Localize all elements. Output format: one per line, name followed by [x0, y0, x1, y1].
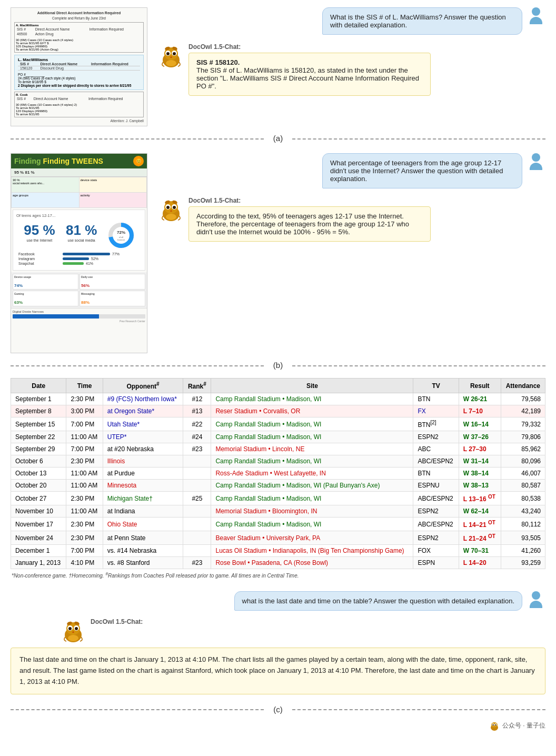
- table-row: September 22 11:00 AM UTEP* #24 Camp Ran…: [11, 431, 545, 443]
- tweens-stat2: 81 % use social media: [66, 222, 97, 248]
- bot-answer-b: According to the text, 95% of teenagers …: [188, 206, 431, 242]
- user-avatar-c: [527, 591, 545, 610]
- td-att: 41,260: [501, 545, 545, 557]
- user-bubble-a: What is the SIS # of L. MacWilliams? Ans…: [322, 7, 522, 35]
- dashed-line-left-a: [11, 138, 264, 140]
- td-rank: [183, 467, 211, 480]
- table-row: December 1 7:00 PM vs. #14 Nebraska Luca…: [11, 545, 545, 557]
- td-opponent: Utah State*: [103, 417, 183, 431]
- td-tv: ABC/ESPN2: [413, 455, 459, 467]
- td-tv: ESPN2: [413, 505, 459, 518]
- td-att: 46,007: [501, 467, 545, 480]
- td-date: October 20: [11, 480, 66, 492]
- bot-label-c: DocOwl 1.5-Chat:: [91, 618, 143, 625]
- th-attendance: Attendance: [501, 379, 545, 393]
- td-site: Camp Randall Stadium • Madison, WI: [211, 492, 413, 505]
- tweens-header: Finding Finding TWEENS 😊: [11, 154, 147, 168]
- tweens-stat1: 95 % use the Internet: [24, 222, 55, 248]
- doc-line2: To arrive 8/18/95 $: [18, 80, 140, 84]
- footer-owl-icon: [489, 720, 500, 732]
- section-b: Finding Finding TWEENS 😊 95 % 81 % 30 %s…: [0, 146, 556, 357]
- td-time: 11:00 AM: [66, 480, 103, 492]
- td-att: 42,189: [501, 405, 545, 417]
- td-opponent: at Purdue: [103, 467, 183, 480]
- td-result: W 26-21: [459, 393, 501, 405]
- tweens-stat2-label: use social media: [66, 238, 97, 242]
- divider-a: (a): [0, 131, 556, 146]
- bot-section-b: DocOwl 1.5-Chat: According to the text, …: [188, 197, 431, 242]
- table-row: September 1 2:30 PM #9 (FCS) Northern Io…: [11, 393, 545, 405]
- owl-row-b: DocOwl 1.5-Chat: According to the text, …: [158, 197, 545, 242]
- td-rank: [183, 480, 211, 492]
- td-att: 43,240: [501, 505, 545, 518]
- dashed-line-right-b: [292, 365, 545, 366]
- td-date: November 10: [11, 505, 66, 518]
- owl-row-c: DocOwl 1.5-Chat:: [60, 618, 545, 644]
- td-result: W 38–14: [459, 467, 501, 480]
- bot-answer-text-b: According to the text, 95% of teenagers …: [196, 212, 409, 236]
- td-time: 2:30 PM: [66, 393, 103, 405]
- td-site: Camp Randall Stadium • Madison, WI: [211, 431, 413, 443]
- user-bubble-c: what is the last date and time on the ta…: [234, 591, 522, 611]
- td-tv: ABC: [413, 443, 459, 455]
- th-time: Time: [66, 379, 103, 393]
- highlighted-name: L. MacWilliams: [18, 57, 140, 62]
- td-time: 7:00 PM: [66, 443, 103, 455]
- tweens-stat1-num: 95 %: [24, 222, 55, 238]
- svg-point-24: [166, 214, 176, 220]
- section-label-c: (c): [268, 705, 288, 714]
- dashed-line-left-c: [11, 709, 264, 710]
- table-row: September 29 7:00 PM at #20 Nebraska #23…: [11, 443, 545, 455]
- table-row-last: January 1, 2013 4:10 PM vs. #8 Stanford …: [11, 557, 545, 569]
- td-time: 11:00 AM: [66, 431, 103, 443]
- td-result: W 38–13: [459, 480, 501, 492]
- table-row: October 13 11:00 AM at Purdue Ross-Ade S…: [11, 467, 545, 480]
- td-att: 80,587: [501, 480, 545, 492]
- user-question-b: What percentage of teenagers from the ag…: [330, 159, 503, 183]
- td-att: 80,538: [501, 492, 545, 505]
- doc-image-a: Additional Direct Account Information Re…: [11, 7, 147, 126]
- bot-answer-a: SIS # 158120. The SIS # of L. MacWilliam…: [188, 53, 431, 96]
- owl-avatar-a: [158, 43, 184, 69]
- td-tv: ABC/ESPN2: [413, 518, 459, 531]
- td-tv: BTN: [413, 467, 459, 480]
- tweens-mini-bars: Facebook 77% Instagram 52% Snapchat 41%: [16, 251, 142, 267]
- table-row: November 24 2:30 PM at Penn State Beaver…: [11, 531, 545, 545]
- th-result: Result: [459, 379, 501, 393]
- doc-attention: Attention: J. Campbell: [14, 119, 144, 123]
- footer-brand: 公众号 · 量子位: [502, 721, 545, 730]
- dashed-line-right-a: [292, 138, 545, 140]
- th-rank: Rank#: [183, 379, 211, 393]
- td-opponent: #9 (FCS) Northern Iowa*: [103, 393, 183, 405]
- td-tv: FOX: [413, 545, 459, 557]
- svg-point-9: [166, 60, 176, 66]
- user-question-c: what is the last date and time on the ta…: [242, 597, 514, 605]
- td-att: 79,806: [501, 431, 545, 443]
- td-site: Camp Randall Stadium • Madison, WI (Paul…: [211, 480, 413, 492]
- td-site: Camp Randall Stadium • Madison, WI: [211, 455, 413, 467]
- td-result: W 70–31: [459, 545, 501, 557]
- divider-b: (b): [0, 357, 556, 373]
- user-avatar-a: [527, 7, 545, 26]
- td-rank: #12: [183, 393, 211, 405]
- td-date: September 8: [11, 405, 66, 417]
- game-table: Date Time Opponent# Rank# Site TV Result…: [11, 378, 545, 569]
- td-site: Ross-Ade Stadium • West Lafayette, IN: [211, 467, 413, 480]
- td-att: 79,332: [501, 417, 545, 431]
- td-date: September 22: [11, 431, 66, 443]
- table-row: November 17 2:30 PM Ohio State Camp Rand…: [11, 518, 545, 531]
- tweens-bar-row-2: Instagram 52%: [18, 256, 140, 261]
- po-line: PO #__________: [18, 73, 140, 76]
- dashed-line-left-b: [11, 365, 264, 366]
- table-row: November 10 11:00 AM at Indiana Memorial…: [11, 505, 545, 518]
- section-label-b: (b): [268, 361, 288, 370]
- bot-answer-text-c: The last date and time on the chart is J…: [19, 655, 535, 685]
- user-row-a: What is the SIS # of L. MacWilliams? Ans…: [158, 7, 545, 35]
- footer-logo: 公众号 · 量子位: [489, 720, 545, 732]
- svg-point-4: [166, 52, 170, 55]
- user-avatar-b: [527, 153, 545, 172]
- svg-point-39: [492, 724, 493, 725]
- td-date: October 13: [11, 467, 66, 480]
- td-tv: ESPN2: [413, 431, 459, 443]
- td-opponent: Ohio State: [103, 518, 183, 531]
